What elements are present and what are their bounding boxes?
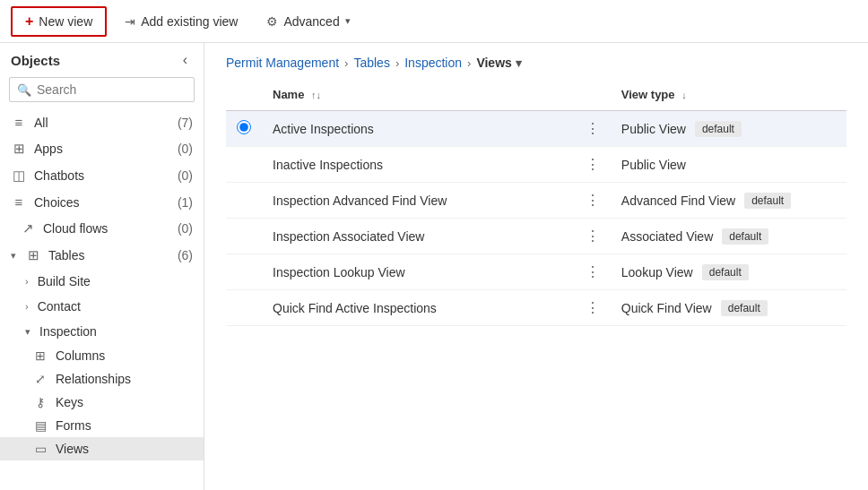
sidebar-item-tables[interactable]: ▾ ⊞ Tables (6) [0,242,204,269]
row-context-menu-cell[interactable]: ⋮ [575,254,611,290]
sidebar-item-build-site[interactable]: › Build Site [0,269,204,294]
sidebar-subitem-columns[interactable]: ⊞ Columns [0,344,204,367]
tables-icon: ⊞ [25,247,41,263]
breadcrumb-tables[interactable]: Tables [353,56,389,70]
row-name-cell: Inactive Inspections [262,147,575,183]
nav-chatbots-count: (0) [178,168,193,183]
table-row[interactable]: Quick Find Active Inspections⋮Quick Find… [226,290,846,326]
row-radio-cell [226,111,262,147]
search-input[interactable] [37,82,187,97]
nav-cloud-flows-label: Cloud flows [43,221,170,236]
col-name-header[interactable]: Name ↑↓ [262,79,575,111]
context-menu-icon[interactable]: ⋮ [586,157,600,172]
table-row[interactable]: Inspection Advanced Find View⋮Advanced F… [226,183,846,219]
add-existing-view-button[interactable]: ⇥ Add existing view [114,9,248,34]
name-sort-icon[interactable]: ↑↓ [311,90,321,100]
nav-apps-count: (0) [178,142,193,156]
row-name-cell: Inspection Advanced Find View [262,183,575,219]
sidebar-subitem-relationships[interactable]: ⤢ Relationships [0,367,204,391]
viewtype-sort-icon[interactable]: ↓ [681,90,687,100]
row-viewtype-cell: Associated Viewdefault [611,219,846,254]
context-menu-icon[interactable]: ⋮ [586,193,600,208]
row-context-menu-cell[interactable]: ⋮ [575,111,611,147]
breadcrumb-inspection[interactable]: Inspection [404,56,462,70]
nav-all-count: (7) [178,116,193,130]
sidebar-item-inspection[interactable]: ▾ Inspection [0,319,204,344]
add-existing-icon: ⇥ [125,14,135,29]
views-icon: ▭ [32,442,48,456]
new-view-button[interactable]: + New view [11,6,107,37]
context-menu-icon[interactable]: ⋮ [586,228,600,244]
nav-inspection-label: Inspection [39,324,193,339]
sidebar-item-choices[interactable]: ≡ Choices (1) [0,189,204,215]
default-badge: default [744,193,791,209]
row-viewtype-cell: Public View [611,147,846,183]
toolbar: + New view ⇥ Add existing view ⚙ Advance… [0,0,868,43]
main-layout: Objects ‹ 🔍 ≡ All (7) ⊞ Apps (0) ◫ Chatb… [0,43,868,490]
table-row[interactable]: Active Inspections⋮Public Viewdefault [226,111,846,147]
advanced-button[interactable]: ⚙ Advanced ▾ [256,9,360,34]
contact-expand-icon: › [25,301,29,312]
nav-build-site-label: Build Site [38,274,193,288]
context-menu-icon[interactable]: ⋮ [586,121,600,136]
new-view-label: New view [39,14,92,29]
sidebar-item-apps[interactable]: ⊞ Apps (0) [0,135,204,162]
name-col-label: Name [273,88,304,101]
row-radio-cell [226,290,262,326]
row-radio-cell [226,254,262,290]
sidebar-subitem-views[interactable]: ▭ Views [0,437,204,460]
nav-choices-count: (1) [178,195,193,210]
default-badge: default [722,228,768,245]
breadcrumb-dropdown-icon[interactable]: ▾ [516,56,522,70]
views-table-container: Name ↑↓ View type ↓ Active Inspections⋮P… [204,79,868,490]
nav-forms-label: Forms [56,418,91,433]
search-box[interactable]: 🔍 [9,77,195,102]
sidebar-item-chatbots[interactable]: ◫ Chatbots (0) [0,162,204,189]
view-type-value: Quick Find Viewdefault [621,300,836,316]
default-badge: default [695,121,742,137]
view-type-value: Advanced Find Viewdefault [621,193,836,209]
nav-tables-label: Tables [48,248,170,262]
row-viewtype-cell: Lookup Viewdefault [611,254,846,290]
cloud-flows-icon: ↗ [20,220,36,236]
sidebar-subitem-keys[interactable]: ⚷ Keys [0,391,204,414]
row-viewtype-cell: Quick Find Viewdefault [611,290,846,326]
sidebar-item-cloud-flows[interactable]: ↗ Cloud flows (0) [0,215,204,242]
row-radio[interactable] [237,120,251,134]
sidebar-item-contact[interactable]: › Contact [0,294,204,319]
view-type-value: Public Viewdefault [621,121,836,137]
row-name-cell: Inspection Lookup View [262,254,575,290]
row-viewtype-cell: Advanced Find Viewdefault [611,183,846,219]
columns-icon: ⊞ [32,348,48,363]
default-badge: default [721,300,768,316]
nav-cloud-flows-count: (0) [178,221,193,236]
breadcrumb-sep-2: › [395,56,399,70]
row-radio-cell [226,147,262,183]
sidebar-collapse-button[interactable]: ‹ [178,50,193,70]
viewtype-col-label: View type [621,88,675,101]
row-context-menu-cell[interactable]: ⋮ [575,219,611,254]
advanced-label: Advanced [283,14,339,29]
table-row[interactable]: Inactive Inspections⋮Public View [226,147,846,183]
context-menu-icon[interactable]: ⋮ [586,264,600,279]
view-type-value: Public View [621,158,836,172]
nav-choices-label: Choices [34,195,170,210]
breadcrumb-permit-management[interactable]: Permit Management [226,56,339,70]
search-icon: 🔍 [17,83,31,97]
table-row[interactable]: Inspection Lookup View⋮Lookup Viewdefaul… [226,254,846,290]
plus-icon: + [25,13,33,30]
breadcrumb-sep-3: › [467,56,471,70]
sidebar-item-all[interactable]: ≡ All (7) [0,109,204,135]
sidebar-header: Objects ‹ [0,43,204,77]
context-menu-icon[interactable]: ⋮ [586,300,600,315]
row-context-menu-cell[interactable]: ⋮ [575,290,611,326]
nav-apps-label: Apps [34,142,170,156]
build-site-expand-icon: › [25,276,29,287]
table-row[interactable]: Inspection Associated View⋮Associated Vi… [226,219,846,254]
sidebar-subitem-forms[interactable]: ▤ Forms [0,414,204,437]
row-name-cell: Inspection Associated View [262,219,575,254]
col-viewtype-header[interactable]: View type ↓ [611,79,846,111]
row-context-menu-cell[interactable]: ⋮ [575,183,611,219]
row-context-menu-cell[interactable]: ⋮ [575,147,611,183]
breadcrumb-sep-1: › [344,56,348,70]
